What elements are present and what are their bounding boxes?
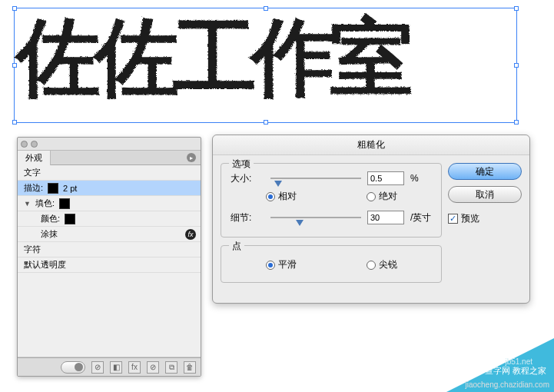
stroke-value: 2 pt bbox=[63, 184, 77, 193]
corner-label: 尖锐 bbox=[379, 258, 397, 271]
canvas-selection[interactable]: 佐佐工作室 bbox=[14, 8, 517, 123]
row-text-label: 文字 bbox=[24, 167, 41, 178]
fill-label: 填色: bbox=[35, 198, 55, 209]
cancel-button[interactable]: 取消 bbox=[448, 186, 522, 203]
options-group-label: 选项 bbox=[229, 158, 254, 171]
ok-button[interactable]: 确定 bbox=[448, 163, 522, 180]
radio-corner[interactable]: 尖锐 bbox=[367, 258, 397, 271]
points-group-label: 点 bbox=[229, 240, 244, 253]
close-icon[interactable] bbox=[21, 141, 28, 148]
panel-titlebar[interactable] bbox=[18, 138, 201, 150]
absolute-label: 绝对 bbox=[379, 190, 397, 203]
watermark-text: jiaocheng.chazidian.com bbox=[465, 380, 549, 389]
size-unit: % bbox=[410, 173, 432, 184]
row-color[interactable]: 颜色: bbox=[18, 211, 201, 227]
checkbox-icon: ✓ bbox=[448, 214, 458, 224]
radio-relative[interactable]: 相对 bbox=[266, 190, 297, 203]
row-stroke[interactable]: 描边: 2 pt bbox=[18, 181, 201, 196]
trash-icon[interactable]: 🗑 bbox=[184, 361, 196, 374]
panel-footer: ⊘ ◧ fx ⊘ ⧉ 🗑 bbox=[18, 357, 201, 376]
radio-absolute[interactable]: 绝对 bbox=[367, 190, 397, 203]
detail-unit: /英寸 bbox=[410, 211, 432, 224]
radio-icon bbox=[266, 261, 275, 270]
new-fill-icon[interactable]: ◧ bbox=[110, 361, 122, 374]
dialog-title: 粗糙化 bbox=[213, 135, 529, 155]
handle-br[interactable] bbox=[514, 120, 519, 125]
roughen-dialog: 粗糙化 选项 大小: % 相对 绝对 细节: /英寸 bbox=[212, 135, 530, 304]
handle-bm[interactable] bbox=[264, 120, 268, 125]
appearance-panel: 外观 ▸ 文字 描边: 2 pt ▼ 填色: 颜色: 涂抹 fx 字符 默认透明… bbox=[17, 137, 201, 377]
row-text[interactable]: 文字 bbox=[18, 165, 201, 181]
effect-icon[interactable]: fx bbox=[128, 361, 141, 374]
relative-label: 相对 bbox=[278, 190, 297, 203]
tab-appearance[interactable]: 外观 bbox=[18, 151, 51, 165]
disclosure-triangle-icon[interactable]: ▼ bbox=[24, 200, 31, 208]
preview-label: 预览 bbox=[461, 212, 479, 225]
color-swatch[interactable] bbox=[65, 214, 75, 224]
color-label: 颜色: bbox=[41, 213, 60, 224]
detail-label: 细节: bbox=[231, 211, 264, 224]
points-group: 点 平滑 尖锐 bbox=[221, 245, 442, 283]
radio-smooth[interactable]: 平滑 bbox=[266, 258, 297, 271]
stroke-label: 描边: bbox=[24, 182, 43, 194]
panel-menu-icon[interactable]: ▸ bbox=[187, 153, 196, 162]
detail-slider[interactable] bbox=[270, 212, 361, 223]
no-stroke-icon[interactable]: ⊘ bbox=[91, 361, 104, 374]
handle-mr[interactable] bbox=[514, 63, 519, 68]
smooth-label: 平滑 bbox=[278, 258, 297, 271]
watermark-text: 查字网 教程之家 bbox=[485, 365, 546, 377]
opacity-label: 默认透明度 bbox=[24, 259, 66, 271]
radio-icon bbox=[266, 192, 275, 201]
watermark: jb51.net 查字网 教程之家 jiaocheng.chazidian.co… bbox=[416, 331, 554, 392]
fx-icon[interactable]: fx bbox=[185, 229, 196, 240]
handle-bl[interactable] bbox=[12, 120, 17, 125]
stroke-swatch[interactable] bbox=[48, 183, 58, 194]
handle-tr[interactable] bbox=[514, 6, 519, 11]
options-group: 选项 大小: % 相对 绝对 细节: /英寸 bbox=[221, 163, 442, 238]
row-opacity[interactable]: 默认透明度 bbox=[18, 257, 201, 273]
radio-icon bbox=[367, 261, 376, 270]
preview-checkbox[interactable]: ✓预览 bbox=[448, 212, 522, 225]
row-fill[interactable]: ▼ 填色: bbox=[18, 196, 201, 211]
radio-icon bbox=[367, 192, 376, 201]
fill-swatch[interactable] bbox=[59, 198, 70, 209]
clear-icon[interactable]: ⊘ bbox=[147, 361, 159, 374]
size-input[interactable] bbox=[367, 171, 404, 185]
detail-input[interactable] bbox=[367, 211, 404, 224]
row-char[interactable]: 字符 bbox=[18, 242, 201, 257]
scribble-label: 涂抹 bbox=[41, 228, 58, 240]
duplicate-icon[interactable]: ⧉ bbox=[165, 361, 177, 374]
toggle-pill[interactable] bbox=[61, 361, 85, 374]
size-slider[interactable] bbox=[270, 173, 361, 184]
panel-empty-area bbox=[18, 273, 201, 357]
size-label: 大小: bbox=[231, 172, 264, 185]
row-scribble[interactable]: 涂抹 fx bbox=[18, 227, 201, 242]
canvas-text[interactable]: 佐佐工作室 bbox=[15, 3, 407, 111]
char-label: 字符 bbox=[24, 244, 41, 255]
minimize-icon[interactable] bbox=[31, 141, 38, 148]
